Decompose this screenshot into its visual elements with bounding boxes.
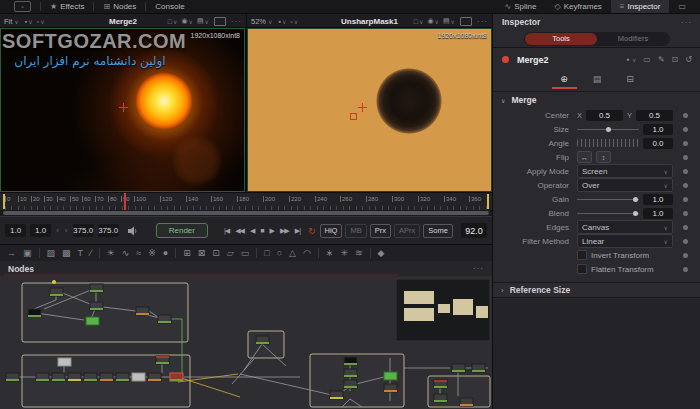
lock-icon[interactable]: ⊡: [672, 55, 679, 64]
merge-controls-tab[interactable]: ⊕: [552, 71, 577, 89]
some-button[interactable]: Some: [423, 224, 453, 238]
fast-forward-button[interactable]: ▶▶: [280, 227, 289, 235]
graph-node-stripe[interactable]: [472, 370, 485, 372]
graph-node-stripe[interactable]: [384, 390, 397, 392]
channel-select-dropdown[interactable]: ▪∨: [25, 18, 33, 25]
transform-handle[interactable]: [350, 113, 357, 120]
graph-node-stripe[interactable]: [84, 379, 97, 381]
blend-field[interactable]: 1.0: [643, 208, 673, 219]
stop-button[interactable]: ■: [260, 227, 263, 234]
reset-icon[interactable]: ↺: [685, 55, 692, 64]
slider-thumb[interactable]: [606, 127, 611, 132]
graph-node[interactable]: [58, 358, 71, 366]
particle-turbulence-icon[interactable]: ≋: [355, 249, 363, 258]
split-wipe-dropdown[interactable]: □∨: [414, 18, 424, 25]
viewer-lut-dropdown[interactable]: ▫∨: [290, 18, 298, 25]
viewer-expand-button[interactable]: [214, 17, 226, 26]
rectangle-mask-icon[interactable]: □: [264, 249, 269, 258]
playback-speed-field[interactable]: 1.0: [5, 224, 26, 237]
play-button[interactable]: ▶: [270, 227, 274, 235]
graph-node-stripe[interactable]: [256, 342, 269, 344]
keyframe-dot[interactable]: [683, 197, 688, 202]
goto-end-button[interactable]: ▶|: [295, 227, 300, 235]
cache-icon[interactable]: ▭: [643, 55, 651, 64]
graph-node-stripe[interactable]: [6, 379, 19, 381]
render-range-marker[interactable]: [3, 194, 5, 209]
merge3d-tool-icon[interactable]: ⊡: [212, 249, 220, 258]
blur-tool-icon[interactable]: ●: [163, 249, 168, 258]
matte-control-tool-icon[interactable]: ⊠: [198, 249, 206, 258]
spline-button[interactable]: ∿Spline: [496, 0, 546, 13]
pipe-tool-icon[interactable]: →: [7, 249, 16, 258]
goto-start-button[interactable]: |◀: [224, 227, 229, 235]
prx-button[interactable]: Prx: [370, 224, 391, 238]
paint-tool-icon[interactable]: ∕: [90, 249, 92, 258]
ui-layout-button[interactable]: ▫: [5, 0, 40, 13]
angle-field[interactable]: 0.0: [643, 138, 673, 149]
clean-feed-button[interactable]: ▭: [669, 0, 695, 13]
pin-icon[interactable]: ✎: [658, 55, 665, 64]
channel-select-dropdown[interactable]: ▪∨: [278, 18, 286, 25]
render-range-marker[interactable]: [487, 194, 489, 209]
keyframe-dot[interactable]: [683, 253, 688, 258]
operator-dropdown[interactable]: Over∨: [577, 178, 673, 192]
slider-thumb[interactable]: [633, 197, 638, 202]
flip-horizontal-button[interactable]: ↔: [577, 151, 592, 163]
guides-dropdown[interactable]: ▤∨: [443, 17, 455, 25]
frame-increment-field[interactable]: 1.0: [30, 224, 51, 237]
channels-tab[interactable]: ▤: [585, 71, 610, 89]
keyframe-dot[interactable]: [683, 113, 688, 118]
edges-dropdown[interactable]: Canvas∨: [577, 220, 673, 234]
tab-modifiers[interactable]: Modifiers: [597, 33, 669, 45]
version-icon[interactable]: ▪ ∨: [627, 55, 636, 64]
loop-button[interactable]: ↻: [308, 226, 316, 236]
merge-section-header[interactable]: ∨ Merge: [493, 92, 700, 108]
graph-node-stripe[interactable]: [100, 379, 113, 381]
graph-node[interactable]: [132, 373, 145, 381]
center-x-field[interactable]: 0.5: [586, 110, 623, 121]
left-viewer-menu-button[interactable]: ···: [231, 17, 242, 26]
graph-node-stripe[interactable]: [90, 308, 103, 310]
graph-node-stripe[interactable]: [136, 313, 149, 315]
media-in-tool-icon[interactable]: ▣: [23, 249, 32, 258]
hue-curves-tool-icon[interactable]: ≈: [136, 249, 141, 258]
play-reverse-button[interactable]: ◀: [250, 227, 254, 235]
mb-button[interactable]: MB: [345, 224, 366, 238]
slider-thumb[interactable]: [633, 211, 638, 216]
background-tool-icon[interactable]: ▨: [47, 249, 56, 258]
split-wipe-dropdown[interactable]: □∨: [168, 18, 178, 25]
bspline-mask-icon[interactable]: ◠: [303, 249, 311, 258]
polygon-mask-icon[interactable]: △: [289, 249, 296, 258]
graph-node[interactable]: [384, 372, 397, 380]
graph-node-stripe[interactable]: [158, 321, 171, 323]
viewer-lut-dropdown[interactable]: ▫∨: [37, 18, 45, 25]
range-start-field[interactable]: 375.0: [73, 224, 94, 237]
step-back-button[interactable]: ‹: [55, 226, 60, 235]
ellipse-mask-icon[interactable]: ○: [277, 249, 282, 258]
particle-emitter-icon[interactable]: ∗: [326, 249, 334, 258]
render-button[interactable]: Render: [156, 223, 208, 238]
graph-node-stripe[interactable]: [116, 379, 129, 381]
filter-method-dropdown[interactable]: Linear∨: [577, 234, 673, 248]
inspector-button[interactable]: ≡Inspector: [611, 0, 670, 13]
graph-node-stripe[interactable]: [148, 379, 161, 381]
graph-node-stripe[interactable]: [52, 379, 65, 381]
current-frame-field[interactable]: 92.0: [461, 223, 487, 238]
glow-tool-icon[interactable]: ※: [148, 249, 156, 258]
fast-noise-tool-icon[interactable]: ▩: [62, 249, 71, 258]
angle-thumbwheel[interactable]: [577, 139, 639, 147]
timeline-scrollbar-thumb[interactable]: [3, 211, 489, 215]
reference-size-section[interactable]: › Reference Size: [493, 282, 700, 298]
graph-node-stripe[interactable]: [344, 386, 357, 388]
graph-node-stripe[interactable]: [460, 404, 473, 406]
nodes-button[interactable]: ⊞Nodes: [94, 0, 145, 13]
center-y-field[interactable]: 0.5: [636, 110, 673, 121]
graph-node-stripe[interactable]: [434, 400, 447, 402]
keyframe-dot[interactable]: [683, 183, 688, 188]
audio-icon[interactable]: [127, 226, 138, 236]
right-viewer-menu-button[interactable]: ···: [477, 17, 488, 26]
graph-node-stripe[interactable]: [344, 375, 357, 377]
gamut-dropdown[interactable]: ◉∨: [181, 17, 193, 25]
range-end-field[interactable]: 375.0: [98, 224, 119, 237]
graph-node-top-stripe[interactable]: [156, 356, 169, 358]
